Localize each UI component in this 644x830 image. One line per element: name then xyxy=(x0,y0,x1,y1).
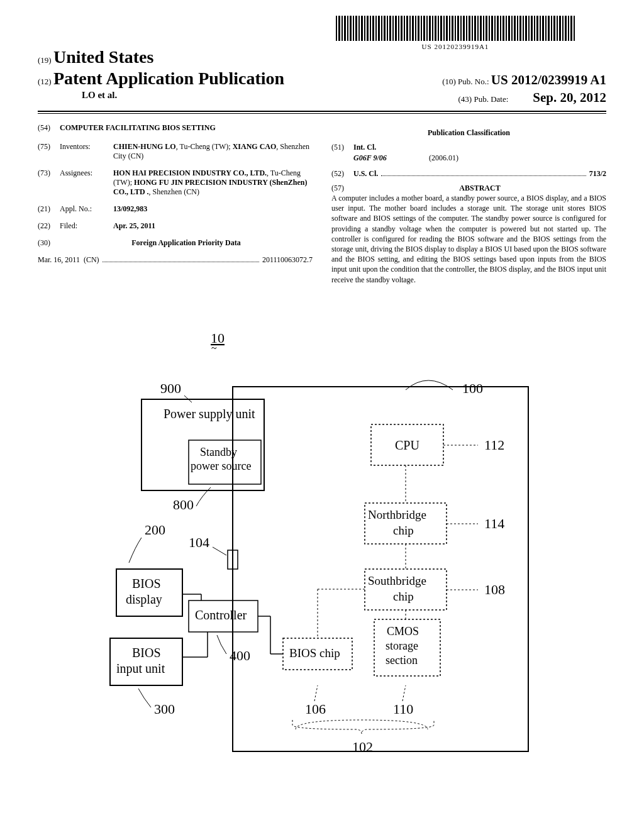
applno-code: (21) xyxy=(38,204,60,214)
foreign-code: (30) xyxy=(38,238,60,248)
diagram-label-400: 400 xyxy=(230,648,250,663)
dots-leader xyxy=(103,253,259,262)
diagram-label-106: 106 xyxy=(305,701,326,717)
bibliographic-data: (54) COMPUTER FACILITATING BIOS SETTING … xyxy=(38,123,606,285)
assignees-value: HON HAI PRECISION INDUSTRY CO., LTD., Tu… xyxy=(113,169,313,197)
intcl-year: (2006.01) xyxy=(429,153,458,163)
inventor-2: XIANG CAO xyxy=(233,142,277,151)
pub-date-value: Sep. 20, 2012 xyxy=(533,90,606,105)
diagram-label-900: 900 xyxy=(160,380,181,396)
svg-text:~: ~ xyxy=(211,343,217,353)
assignee-loc-2: , Shenzhen (CN) xyxy=(149,187,199,196)
pub-date-code: (43) xyxy=(458,94,472,104)
svg-text:Northbridge: Northbridge xyxy=(368,508,426,521)
diagram-label-300: 300 xyxy=(154,701,175,717)
diagram-label-800: 800 xyxy=(173,497,194,512)
abstract-text: A computer includes a mother board, a st… xyxy=(331,193,606,285)
pub-type: Patent Application Publication xyxy=(53,69,284,88)
inventors-label: Inventors: xyxy=(60,142,113,161)
uscl-code: (52) xyxy=(331,169,353,179)
assignee-1: HON HAI PRECISION INDUSTRY CO., LTD. xyxy=(113,169,267,177)
applno-value: 13/092,983 xyxy=(113,204,313,214)
diagram-label-108: 108 xyxy=(484,582,505,597)
uscl-value: 713/2 xyxy=(589,169,606,179)
country-code: (19) xyxy=(38,55,52,65)
intcl-code: (51) xyxy=(331,143,353,152)
svg-text:chip: chip xyxy=(393,524,414,537)
title-code: (54) xyxy=(38,123,60,133)
barcode-text: US 20120239919A1 xyxy=(336,43,575,50)
svg-line-43 xyxy=(402,685,406,701)
foreign-num: 201110063072.7 xyxy=(262,255,313,265)
svg-text:Southbridge: Southbridge xyxy=(368,574,426,587)
right-column: Publication Classification (51) Int. Cl.… xyxy=(331,123,606,285)
left-column: (54) COMPUTER FACILITATING BIOS SETTING … xyxy=(38,123,313,285)
svg-text:chip: chip xyxy=(393,590,414,603)
svg-text:storage: storage xyxy=(386,639,418,652)
inventors-code: (75) xyxy=(38,142,60,161)
pub-type-code: (12) xyxy=(38,77,52,86)
filed-label: Filed: xyxy=(60,221,113,231)
divider-thin xyxy=(38,113,606,114)
diagram-label-200: 200 xyxy=(145,522,165,538)
authors: LO et al. xyxy=(82,90,117,106)
inventors-value: CHIEN-HUNG LO, Tu-Cheng (TW); XIANG CAO,… xyxy=(113,142,313,161)
foreign-date: Mar. 16, 2011 xyxy=(38,255,80,265)
pub-num-label: Pub. No.: xyxy=(458,77,489,86)
dots-leader-2 xyxy=(381,167,586,176)
svg-text:display: display xyxy=(126,592,162,607)
diagram: 10 ~ 100 Power supply unit 900 Standby p… xyxy=(0,330,644,802)
diagram-label-100: 100 xyxy=(462,380,483,396)
box-psu: Power supply unit xyxy=(164,407,255,421)
svg-text:BIOS: BIOS xyxy=(132,646,161,660)
box-standby-2: power source xyxy=(191,460,251,472)
title-value: COMPUTER FACILITATING BIOS SETTING xyxy=(60,123,313,133)
svg-line-42 xyxy=(314,685,318,701)
intcl-label: Int. Cl. xyxy=(353,143,376,152)
box-standby-1: Standby xyxy=(200,446,237,458)
intcl-class: G06F 9/06 xyxy=(353,153,429,163)
inventor-1: CHIEN-HUNG LO xyxy=(113,142,176,151)
abstract-label: ABSTRACT xyxy=(353,184,606,193)
barcode: US 20120239919A1 xyxy=(336,16,575,50)
document-header: (19) United States (12) Patent Applicati… xyxy=(38,47,606,114)
box-controller: Controller xyxy=(195,608,247,622)
diagram-label-104: 104 xyxy=(189,534,209,550)
diagram-label-112: 112 xyxy=(484,437,504,453)
priority-row: Mar. 16, 2011 (CN) 201110063072.7 xyxy=(38,255,313,265)
svg-text:BIOS: BIOS xyxy=(132,577,161,590)
svg-line-6 xyxy=(213,547,226,555)
pub-num-value: US 2012/0239919 A1 xyxy=(491,72,606,87)
assignee-2: HONG FU JIN PRECISION INDUSTRY (ShenZhen… xyxy=(113,178,308,196)
pub-num-code: (10) xyxy=(442,77,456,86)
country-name: United States xyxy=(53,47,153,67)
svg-text:CMOS: CMOS xyxy=(387,625,419,638)
box-cpu: CPU xyxy=(395,438,419,452)
divider-thick xyxy=(38,111,606,112)
diagram-label-110: 110 xyxy=(393,701,413,717)
box-bios-chip: BIOS chip xyxy=(289,646,340,660)
barcode-bars xyxy=(336,16,575,41)
uscl-label: U.S. Cl. xyxy=(353,169,378,179)
diagram-label-114: 114 xyxy=(484,516,504,531)
classification-heading: Publication Classification xyxy=(331,128,606,138)
assignees-label: Assignees: xyxy=(60,169,113,197)
assignees-code: (73) xyxy=(38,169,60,197)
inventor-loc-1: , Tu-Cheng (TW); xyxy=(176,142,233,151)
abstract-code: (57) xyxy=(331,184,353,193)
pub-date-label: Pub. Date: xyxy=(474,94,508,104)
svg-text:section: section xyxy=(386,654,418,667)
foreign-country: (CN) xyxy=(84,255,99,265)
filed-code: (22) xyxy=(38,221,60,231)
foreign-label: Foreign Application Priority Data xyxy=(60,238,313,248)
filed-value: Apr. 25, 2011 xyxy=(113,221,313,231)
applno-label: Appl. No.: xyxy=(60,204,113,214)
diagram-label-102: 102 xyxy=(352,739,373,755)
svg-text:input unit: input unit xyxy=(116,661,165,676)
